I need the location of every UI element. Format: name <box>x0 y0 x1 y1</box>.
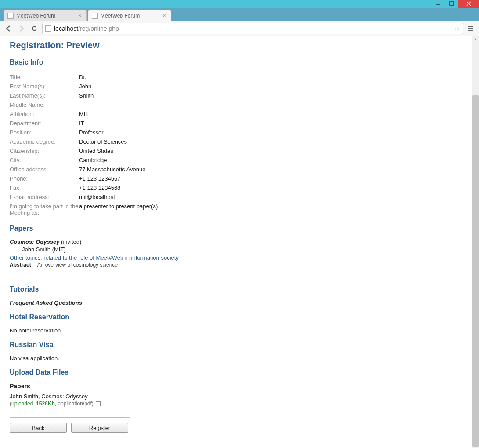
page-content: Registration: Preview Basic Info Title:D… <box>0 36 472 441</box>
info-value: mit@localhost <box>79 194 115 200</box>
page-viewport: ▲ Registration: Preview Basic Info Title… <box>0 36 479 448</box>
tutorial-item: Frequent Asked Questions <box>10 300 462 306</box>
info-label: Title: <box>10 74 79 80</box>
browser-toolbar: localhost/reg/online.php ☆ <box>0 21 479 36</box>
info-row: Title:Dr. <box>10 72 462 82</box>
info-label: Department: <box>10 120 79 126</box>
section-upload: Upload Data Files <box>10 369 462 376</box>
info-row: Middle Name: <box>10 100 462 109</box>
document-icon <box>96 401 101 406</box>
separator <box>10 417 130 418</box>
info-value: Dr. <box>79 74 86 80</box>
paper-title-line: Cosmos: Odyssey (invited) <box>10 238 462 245</box>
browser-window: MeetWeb Forum × MeetWeb Forum × localhos… <box>0 0 479 448</box>
section-basic-info: Basic Info <box>10 58 462 66</box>
info-row: City:Cambridge <box>10 155 462 165</box>
info-label: First Name(s): <box>10 83 79 90</box>
info-value: Cambridge <box>79 157 107 163</box>
browser-tab-1[interactable]: MeetWeb Forum × <box>4 10 87 21</box>
info-value: +1 123 1234568 <box>79 184 120 191</box>
url-path: /reg/online.php <box>78 25 119 32</box>
scroll-thumb[interactable] <box>472 95 479 447</box>
window-minimize-button[interactable] <box>432 0 445 8</box>
address-bar[interactable]: localhost/reg/online.php ☆ <box>42 23 463 34</box>
info-row: E-mail address:mit@localhost <box>10 192 462 202</box>
section-visa: Russian Visa <box>10 341 462 349</box>
info-value: a presenter to present paper(s) <box>79 203 158 216</box>
info-value: United States <box>79 148 113 154</box>
register-button[interactable]: Register <box>71 423 128 433</box>
section-tutorials: Tutorials <box>10 285 462 293</box>
paper-status: (invited) <box>59 238 81 245</box>
close-icon[interactable]: × <box>77 13 83 19</box>
info-value: Professor <box>79 129 104 136</box>
section-hotel: Hotel Reservation <box>10 313 462 321</box>
info-value: +1 123 1234567 <box>79 175 120 182</box>
tab-title: MeetWeb Forum <box>16 13 55 19</box>
info-row: Citizenship:United States <box>10 146 462 155</box>
info-label: Fax: <box>10 184 79 191</box>
page-icon <box>45 25 51 32</box>
paper-author: John Smith (MIT) <box>22 245 462 253</box>
upload-mime: application/pdf <box>58 401 91 407</box>
close-icon[interactable]: × <box>161 13 167 19</box>
info-label: Middle Name: <box>10 101 79 108</box>
form-buttons: Back Register <box>10 423 462 433</box>
abstract-text: An overview of cosmology science <box>37 262 118 268</box>
window-close-button[interactable] <box>458 0 479 8</box>
abstract-label: Abstract: <box>10 262 33 268</box>
vertical-scrollbar[interactable]: ▲ <box>472 36 479 448</box>
page-title: Registration: Preview <box>10 40 462 51</box>
basic-info-table: Title:Dr.First Name(s):JohnLast Name(s):… <box>10 72 462 217</box>
hotel-text: No hotel reservation. <box>10 327 462 334</box>
browser-tabs: MeetWeb Forum × MeetWeb Forum × <box>0 8 479 21</box>
upload-size: 1526Kb <box>36 401 55 407</box>
upload-subhead: Papers <box>10 383 462 390</box>
info-label: Position: <box>10 129 79 136</box>
paper-abstract: Abstract:An overview of cosmology scienc… <box>10 262 462 268</box>
info-label: City: <box>10 157 79 163</box>
info-row: Affiliation:MIT <box>10 109 462 119</box>
page-icon <box>7 13 14 19</box>
svg-rect-1 <box>450 2 454 5</box>
paper-entry: Cosmos: Odyssey (invited) John Smith (MI… <box>10 238 462 268</box>
forward-button[interactable] <box>16 23 27 34</box>
info-label: Affiliation: <box>10 111 79 117</box>
page-icon <box>92 13 98 19</box>
reload-button[interactable] <box>29 23 40 34</box>
info-row: Office address:77 Massachusetts Avenue <box>10 165 462 174</box>
scroll-up-arrow[interactable]: ▲ <box>472 36 479 42</box>
info-row: Phone:+1 123 1234567 <box>10 174 462 183</box>
back-form-button[interactable]: Back <box>10 423 67 433</box>
info-row: Position:Professor <box>10 128 462 137</box>
window-controls <box>432 0 479 8</box>
section-papers: Papers <box>10 224 462 232</box>
info-label: Phone: <box>10 175 79 182</box>
paper-topic: Other topics, related to the role of Mee… <box>10 254 462 261</box>
info-value: 77 Massachusetts Avenue <box>79 166 146 173</box>
window-titlebar <box>0 0 479 8</box>
info-value: IT <box>79 120 84 126</box>
bookmark-star-icon[interactable]: ☆ <box>454 24 460 33</box>
info-row: I'm going to take part in the Meeting as… <box>10 202 462 217</box>
info-row: Fax:+1 123 1234568 <box>10 183 462 192</box>
info-label: I'm going to take part in the Meeting as… <box>10 203 79 216</box>
info-label: Citizenship: <box>10 148 79 154</box>
info-value: John <box>79 83 91 90</box>
info-row: Department:IT <box>10 119 462 128</box>
info-value: MIT <box>79 111 89 117</box>
info-value: Doctor of Sciences <box>79 138 127 145</box>
hamburger-menu-button[interactable] <box>465 23 476 34</box>
url-host: localhost <box>54 25 78 32</box>
upload-file-line: John Smith, Cosmos: Odyssey <box>10 393 462 400</box>
upload-status: uploaded <box>11 401 33 407</box>
info-label: Last Name(s): <box>10 92 79 99</box>
info-row: First Name(s):John <box>10 82 462 91</box>
info-label: Office address: <box>10 166 79 173</box>
paper-title: Cosmos: Odyssey <box>10 238 59 245</box>
info-row: Academic degree:Doctor of Sciences <box>10 137 462 146</box>
info-label: Academic degree: <box>10 138 79 145</box>
window-maximize-button[interactable] <box>445 0 458 8</box>
browser-tab-2[interactable]: MeetWeb Forum × <box>88 10 171 21</box>
back-button[interactable] <box>3 23 14 34</box>
